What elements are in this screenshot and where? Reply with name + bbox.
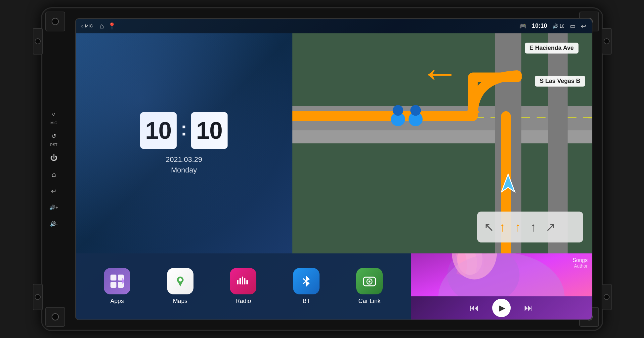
svg-line-33 [303,279,306,281]
app-radio[interactable]: Radio [230,268,256,305]
bracket-bl [33,284,43,310]
maps-icon [167,268,193,294]
rst-label: RST [50,143,58,147]
music-face [411,253,592,296]
mic-status-label: MIC [85,23,93,28]
maps-label: Maps [173,298,188,305]
clock-panel: 10 : 10 2021.03.29 Monday [76,33,292,253]
next-button[interactable]: ⏭ [524,302,533,313]
svg-line-34 [303,281,306,284]
status-time: 10:10 [532,22,547,29]
bracket-tr [602,28,612,55]
mic-status: ○ MIC [81,23,93,29]
bt-label: BT [303,298,310,305]
status-bar: ○ MIC ⌂ 📍 🎮 10:10 🔊 10 ▭ ↩ [76,19,592,33]
main-screen: ○ MIC ⌂ 📍 🎮 10:10 🔊 10 ▭ ↩ [75,18,592,320]
svg-rect-28 [237,280,238,284]
radio-label: Radio [236,298,251,305]
mic-button[interactable]: ○ MIC [49,109,59,125]
corner-bracket-bl [45,307,65,327]
volume-level: 10 [559,23,565,29]
power-icon: ⏻ [49,153,59,163]
power-button[interactable]: ⏻ [49,153,59,163]
svg-rect-19 [110,275,116,281]
svg-text:←: ← [420,50,459,94]
svg-point-40 [457,253,482,275]
svg-text:↖: ↖ [484,220,494,234]
svg-rect-31 [244,278,245,284]
clock-separator: : [181,117,187,140]
app-apps[interactable]: Apps [104,268,130,305]
carlink-label: Car Link [359,298,381,305]
music-info: Songs Author [573,257,587,269]
battery-icon: ▭ [570,22,576,30]
bt-icon [293,268,320,294]
svg-rect-27 [173,274,188,288]
map-label-lasvegas: S Las Vegas B [535,76,585,87]
svg-rect-29 [239,278,241,284]
corner-bracket-tl [45,12,65,31]
svg-rect-38 [411,253,592,296]
music-songs: Songs [573,257,587,263]
svg-point-10 [410,105,421,116]
volume-down-button[interactable]: 🔊- [49,219,59,229]
rst-icon: ↺ [49,131,59,141]
volume-up-button[interactable]: 🔊+ [49,202,59,213]
svg-point-9 [393,105,403,116]
radio-icon [230,268,256,294]
home-status-icon[interactable]: ⌂ [100,22,104,30]
svg-point-37 [368,281,370,282]
music-panel: Songs Author ⏮ ▶ ⏭ [411,253,592,319]
svg-text:↗: ↗ [545,220,556,234]
bottom-section: Apps Maps [76,253,592,319]
top-section: 10 : 10 2021.03.29 Monday [76,33,592,253]
main-content: 10 : 10 2021.03.29 Monday [76,33,592,319]
home-icon: ⌂ [49,169,59,180]
back-icon: ↩ [49,186,59,196]
svg-text:↑: ↑ [499,220,505,234]
apps-label: Apps [110,298,124,305]
svg-rect-2 [292,130,592,143]
bracket-br [602,284,612,310]
date-info: 2021.03.29 Monday [166,155,202,174]
clock-minute: 10 [191,112,228,149]
back-status-icon[interactable]: ↩ [581,22,586,30]
bracket-tl [33,28,43,55]
car-unit: ○ MIC ↺ RST ⏻ ⌂ ↩ 🔊+ 🔊- ○ MI [41,7,603,331]
music-author: Author [573,263,587,269]
svg-text:↑: ↑ [515,220,521,234]
side-button-panel: ○ MIC ↺ RST ⏻ ⌂ ↩ 🔊+ 🔊- [49,109,59,229]
status-icons: ⌂ 📍 [100,22,116,30]
volume-icon: 🔊 [552,23,558,29]
date-text: 2021.03.29 [166,155,202,164]
rst-button[interactable]: ↺ RST [49,131,59,147]
carlink-icon [356,268,383,294]
clock-hour: 10 [140,112,177,149]
status-left: ○ MIC ⌂ 📍 [81,22,116,30]
map-canvas: ↖ ↑ ↑ ↑ ↗ ← [292,33,592,253]
mic-label: MIC [50,121,57,125]
svg-rect-21 [110,282,116,288]
music-controls: ⏮ ▶ ⏭ [411,296,592,319]
home-button[interactable]: ⌂ [49,169,59,180]
app-carlink[interactable]: Car Link [356,268,383,305]
svg-text:↑: ↑ [530,220,536,234]
volume-indicator: 🔊 10 [552,23,565,29]
volume-up-icon: 🔊+ [49,202,59,213]
mic-circle-icon: ○ [81,23,84,29]
svg-rect-30 [242,277,243,284]
mic-icon: ○ [49,109,59,120]
svg-rect-32 [246,280,248,284]
app-maps[interactable]: Maps [167,268,193,305]
clock-display: 10 : 10 [140,112,228,149]
play-button[interactable]: ▶ [492,299,511,317]
prev-button[interactable]: ⏮ [470,302,479,313]
back-button[interactable]: ↩ [49,186,59,196]
map-panel[interactable]: ↖ ↑ ↑ ↑ ↗ ← E Hacienda Ave S Las Vegas B [292,33,592,253]
play-icon: ▶ [499,303,505,313]
app-bt[interactable]: BT [293,268,320,305]
map-status-icon[interactable]: 📍 [108,22,116,30]
volume-down-icon: 🔊- [49,219,59,229]
svg-point-39 [447,253,519,296]
apps-icon [104,268,130,294]
